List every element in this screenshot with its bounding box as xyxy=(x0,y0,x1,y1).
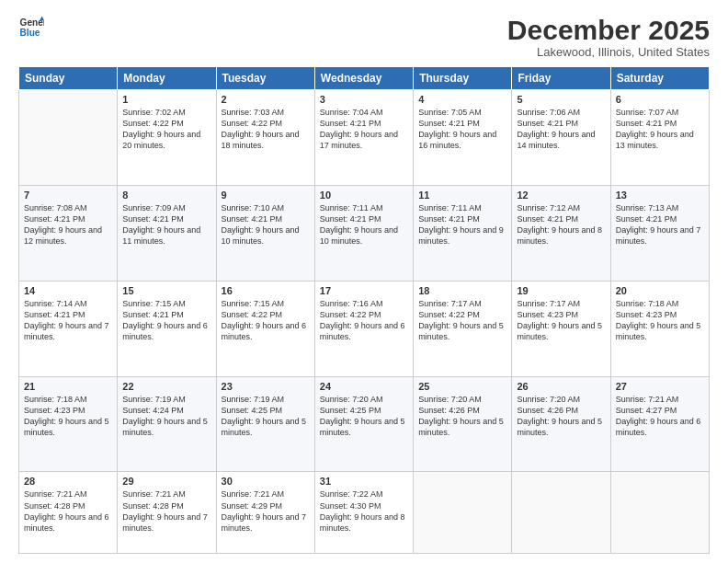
col-friday: Friday xyxy=(512,67,610,90)
col-tuesday: Tuesday xyxy=(216,67,314,90)
day-number: 13 xyxy=(616,190,704,201)
day-number: 1 xyxy=(122,94,210,105)
day-info: Sunrise: 7:20 AMSunset: 4:26 PMDaylight:… xyxy=(418,395,504,437)
day-info: Sunrise: 7:21 AMSunset: 4:27 PMDaylight:… xyxy=(616,395,701,437)
day-info: Sunrise: 7:21 AMSunset: 4:28 PMDaylight:… xyxy=(24,489,109,532)
day-info: Sunrise: 7:14 AMSunset: 4:21 PMDaylight:… xyxy=(24,299,109,341)
table-row: 24 Sunrise: 7:20 AMSunset: 4:25 PMDaylig… xyxy=(314,376,413,472)
day-number: 27 xyxy=(616,381,704,392)
day-info: Sunrise: 7:09 AMSunset: 4:21 PMDaylight:… xyxy=(122,203,200,246)
table-row: 3 Sunrise: 7:04 AMSunset: 4:21 PMDayligh… xyxy=(314,90,413,186)
logo: General Blue xyxy=(18,15,44,40)
day-info: Sunrise: 7:22 AMSunset: 4:30 PMDaylight:… xyxy=(320,489,405,532)
table-row: 31 Sunrise: 7:22 AMSunset: 4:30 PMDaylig… xyxy=(314,472,413,554)
day-info: Sunrise: 7:05 AMSunset: 4:21 PMDaylight:… xyxy=(418,108,496,150)
day-info: Sunrise: 7:20 AMSunset: 4:25 PMDaylight:… xyxy=(320,395,405,437)
day-number: 17 xyxy=(320,285,408,296)
col-saturday: Saturday xyxy=(610,67,709,90)
table-row: 16 Sunrise: 7:15 AMSunset: 4:22 PMDaylig… xyxy=(216,281,314,376)
day-info: Sunrise: 7:02 AMSunset: 4:22 PMDaylight:… xyxy=(122,108,200,150)
day-info: Sunrise: 7:11 AMSunset: 4:21 PMDaylight:… xyxy=(320,203,398,246)
day-number: 22 xyxy=(122,381,210,392)
table-row: 21 Sunrise: 7:18 AMSunset: 4:23 PMDaylig… xyxy=(19,376,118,472)
day-number: 26 xyxy=(517,381,605,392)
day-number: 18 xyxy=(418,285,506,296)
day-number: 11 xyxy=(418,190,506,201)
table-row: 13 Sunrise: 7:13 AMSunset: 4:21 PMDaylig… xyxy=(610,185,709,281)
day-info: Sunrise: 7:21 AMSunset: 4:28 PMDaylight:… xyxy=(122,489,208,532)
day-info: Sunrise: 7:18 AMSunset: 4:23 PMDaylight:… xyxy=(616,299,701,341)
day-number: 16 xyxy=(222,285,310,296)
table-row xyxy=(610,472,709,554)
day-number: 15 xyxy=(122,285,210,296)
day-number: 2 xyxy=(222,94,310,105)
day-info: Sunrise: 7:13 AMSunset: 4:21 PMDaylight:… xyxy=(616,203,701,246)
calendar-header-row: Sunday Monday Tuesday Wednesday Thursday… xyxy=(19,67,710,90)
day-number: 25 xyxy=(418,381,506,392)
day-number: 5 xyxy=(517,94,605,105)
day-info: Sunrise: 7:17 AMSunset: 4:22 PMDaylight:… xyxy=(418,299,504,341)
table-row: 4 Sunrise: 7:05 AMSunset: 4:21 PMDayligh… xyxy=(414,90,512,186)
table-row: 14 Sunrise: 7:14 AMSunset: 4:21 PMDaylig… xyxy=(19,281,118,376)
day-number: 4 xyxy=(418,94,506,105)
table-row: 9 Sunrise: 7:10 AMSunset: 4:21 PMDayligh… xyxy=(216,185,314,281)
table-row: 22 Sunrise: 7:19 AMSunset: 4:24 PMDaylig… xyxy=(118,376,216,472)
table-row: 12 Sunrise: 7:12 AMSunset: 4:21 PMDaylig… xyxy=(512,185,610,281)
day-info: Sunrise: 7:12 AMSunset: 4:21 PMDaylight:… xyxy=(517,203,602,246)
table-row: 2 Sunrise: 7:03 AMSunset: 4:22 PMDayligh… xyxy=(216,90,314,186)
col-sunday: Sunday xyxy=(19,67,118,90)
day-info: Sunrise: 7:18 AMSunset: 4:23 PMDaylight:… xyxy=(24,395,109,437)
day-info: Sunrise: 7:21 AMSunset: 4:29 PMDaylight:… xyxy=(222,489,307,532)
page: General Blue December 2025 Lakewood, Ill… xyxy=(0,0,728,563)
table-row: 29 Sunrise: 7:21 AMSunset: 4:28 PMDaylig… xyxy=(118,472,216,554)
col-thursday: Thursday xyxy=(414,67,512,90)
day-number: 10 xyxy=(320,190,408,201)
table-row: 17 Sunrise: 7:16 AMSunset: 4:22 PMDaylig… xyxy=(314,281,413,376)
day-info: Sunrise: 7:03 AMSunset: 4:22 PMDaylight:… xyxy=(222,108,300,150)
day-info: Sunrise: 7:07 AMSunset: 4:21 PMDaylight:… xyxy=(616,108,694,150)
day-number: 20 xyxy=(616,285,704,296)
table-row: 7 Sunrise: 7:08 AMSunset: 4:21 PMDayligh… xyxy=(19,185,118,281)
calendar-table: Sunday Monday Tuesday Wednesday Thursday… xyxy=(18,66,710,554)
table-row: 6 Sunrise: 7:07 AMSunset: 4:21 PMDayligh… xyxy=(610,90,709,186)
day-info: Sunrise: 7:19 AMSunset: 4:24 PMDaylight:… xyxy=(122,395,208,437)
col-wednesday: Wednesday xyxy=(314,67,413,90)
table-row xyxy=(512,472,610,554)
day-number: 12 xyxy=(517,190,605,201)
table-row: 19 Sunrise: 7:17 AMSunset: 4:23 PMDaylig… xyxy=(512,281,610,376)
table-row: 30 Sunrise: 7:21 AMSunset: 4:29 PMDaylig… xyxy=(216,472,314,554)
day-info: Sunrise: 7:10 AMSunset: 4:21 PMDaylight:… xyxy=(222,203,300,246)
day-info: Sunrise: 7:17 AMSunset: 4:23 PMDaylight:… xyxy=(517,299,602,341)
day-number: 28 xyxy=(24,476,112,487)
table-row: 15 Sunrise: 7:15 AMSunset: 4:21 PMDaylig… xyxy=(118,281,216,376)
day-number: 24 xyxy=(320,381,408,392)
table-row xyxy=(414,472,512,554)
day-number: 9 xyxy=(222,190,310,201)
day-number: 31 xyxy=(320,476,408,487)
day-info: Sunrise: 7:06 AMSunset: 4:21 PMDaylight:… xyxy=(517,108,595,150)
day-number: 29 xyxy=(122,476,210,487)
table-row: 23 Sunrise: 7:19 AMSunset: 4:25 PMDaylig… xyxy=(216,376,314,472)
table-row xyxy=(19,90,118,186)
title-block: December 2025 Lakewood, Illinois, United… xyxy=(507,15,710,59)
day-info: Sunrise: 7:04 AMSunset: 4:21 PMDaylight:… xyxy=(320,108,398,150)
table-row: 26 Sunrise: 7:20 AMSunset: 4:26 PMDaylig… xyxy=(512,376,610,472)
table-row: 11 Sunrise: 7:11 AMSunset: 4:21 PMDaylig… xyxy=(414,185,512,281)
day-number: 7 xyxy=(24,190,112,201)
table-row: 28 Sunrise: 7:21 AMSunset: 4:28 PMDaylig… xyxy=(19,472,118,554)
month-title: December 2025 xyxy=(507,15,710,45)
table-row: 27 Sunrise: 7:21 AMSunset: 4:27 PMDaylig… xyxy=(610,376,709,472)
day-number: 30 xyxy=(222,476,310,487)
day-number: 3 xyxy=(320,94,408,105)
table-row: 10 Sunrise: 7:11 AMSunset: 4:21 PMDaylig… xyxy=(314,185,413,281)
location: Lakewood, Illinois, United States xyxy=(507,45,710,59)
day-info: Sunrise: 7:20 AMSunset: 4:26 PMDaylight:… xyxy=(517,395,602,437)
header: General Blue December 2025 Lakewood, Ill… xyxy=(18,15,710,59)
table-row: 18 Sunrise: 7:17 AMSunset: 4:22 PMDaylig… xyxy=(414,281,512,376)
day-info: Sunrise: 7:15 AMSunset: 4:21 PMDaylight:… xyxy=(122,299,208,341)
table-row: 1 Sunrise: 7:02 AMSunset: 4:22 PMDayligh… xyxy=(118,90,216,186)
day-info: Sunrise: 7:15 AMSunset: 4:22 PMDaylight:… xyxy=(222,299,307,341)
logo-icon: General Blue xyxy=(18,15,44,40)
day-number: 23 xyxy=(222,381,310,392)
table-row: 5 Sunrise: 7:06 AMSunset: 4:21 PMDayligh… xyxy=(512,90,610,186)
